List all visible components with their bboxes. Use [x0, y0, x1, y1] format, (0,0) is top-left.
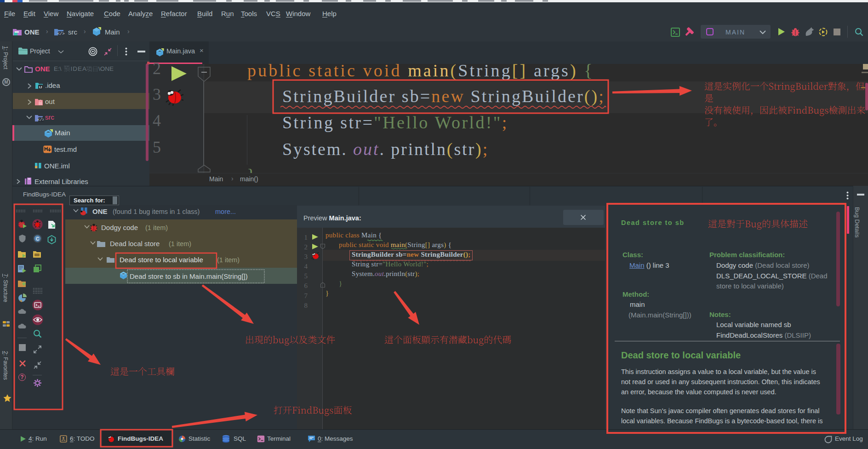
svg-text:</>: </> [57, 32, 64, 36]
svg-text:IJ: IJ [39, 85, 42, 89]
svg-text:C: C [36, 236, 39, 242]
svg-text:</>: </> [37, 118, 44, 122]
